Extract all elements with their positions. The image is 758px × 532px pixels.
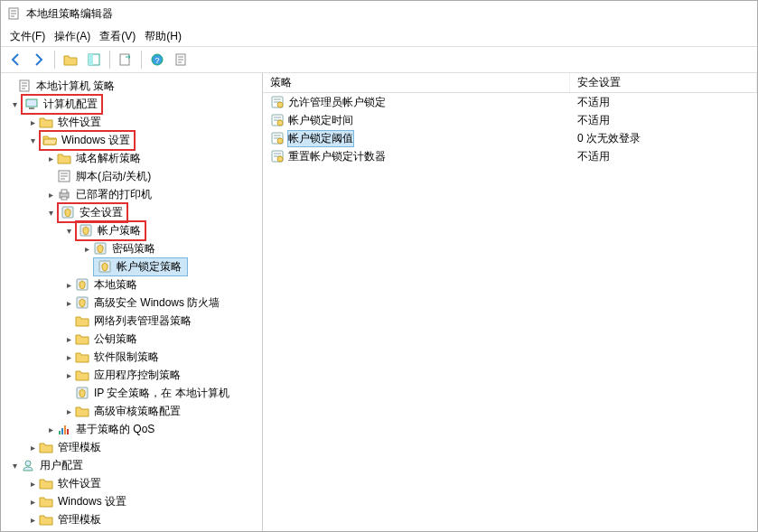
list-row[interactable]: 帐户锁定时间 不适用 (263, 111, 757, 129)
expander-icon (44, 170, 57, 182)
col-header-setting[interactable]: 安全设置 (570, 73, 757, 92)
tree-label: 公钥策略 (92, 331, 139, 348)
tree-u-windows[interactable]: ▸ Windows 设置 (3, 492, 260, 510)
tree-label: 管理模板 (56, 511, 103, 528)
chevron-right-icon[interactable]: ▸ (26, 495, 39, 508)
list-cell: 帐户锁定阈值 (288, 131, 353, 146)
tree-lockout-policy[interactable]: 帐户锁定策略 (3, 257, 260, 275)
chevron-right-icon[interactable]: ▸ (62, 350, 75, 363)
tree-adv-audit[interactable]: ▸ 高级审核策略配置 (3, 402, 260, 420)
policy-icon (75, 386, 89, 400)
chevron-right-icon[interactable]: ▸ (62, 278, 75, 291)
tree-root[interactable]: 本地计算机 策略 (3, 77, 260, 95)
chevron-right-icon[interactable]: ▸ (26, 513, 39, 526)
chevron-down-icon[interactable]: ▾ (26, 134, 39, 146)
chevron-right-icon[interactable]: ▸ (26, 477, 39, 490)
properties-button[interactable] (170, 49, 192, 70)
tree-nlm-policy[interactable]: 网络列表管理器策略 (3, 312, 260, 330)
tree-security-settings[interactable]: ▾ 安全设置 (3, 203, 260, 221)
tree-software-restrict[interactable]: ▸ 软件限制策略 (3, 348, 260, 366)
chevron-down-icon[interactable]: ▾ (44, 206, 57, 219)
list-cell: 不适用 (570, 94, 757, 111)
svg-rect-18 (89, 54, 93, 65)
tree-qos[interactable]: ▸ 基于策略的 QoS (3, 420, 260, 438)
chevron-right-icon[interactable]: ▸ (44, 152, 57, 164)
chevron-down-icon[interactable]: ▾ (62, 224, 75, 237)
folder-icon (39, 512, 53, 527)
window-title: 本地组策略编辑器 (26, 6, 113, 22)
chevron-right-icon[interactable]: ▸ (26, 441, 39, 453)
forward-button[interactable] (28, 49, 50, 70)
tree-label: Windows 设置 (60, 132, 132, 149)
user-icon (21, 458, 35, 472)
qos-icon (57, 422, 71, 436)
folder-open-icon (42, 133, 57, 147)
menu-view[interactable]: 查看(V) (96, 27, 139, 46)
menubar: 文件(F) 操作(A) 查看(V) 帮助(H) (1, 26, 757, 46)
tree-computer-config[interactable]: ▾ 计算机配置 (3, 95, 260, 113)
tree-u-admin[interactable]: ▸ 管理模板 (3, 510, 260, 528)
expander-icon (5, 79, 17, 92)
chevron-right-icon[interactable]: ▸ (26, 116, 39, 128)
policy-icon (98, 259, 112, 274)
tree-label: 帐户策略 (96, 222, 143, 239)
tree-u-software[interactable]: ▸ 软件设置 (3, 474, 260, 492)
tree-software-settings[interactable]: ▸ 软件设置 (3, 113, 260, 131)
menu-action[interactable]: 操作(A) (51, 27, 94, 46)
tree-user-config[interactable]: ▾ 用户配置 (3, 456, 260, 474)
menu-file[interactable]: 文件(F) (6, 27, 49, 46)
tree-app-control[interactable]: ▸ 应用程序控制策略 (3, 366, 260, 384)
tree-ipsec[interactable]: IP 安全策略，在 本地计算机 (3, 384, 260, 402)
list-cell: 重置帐户锁定计数器 (288, 149, 386, 164)
list-row[interactable]: 允许管理员帐户锁定 不适用 (263, 93, 757, 111)
chevron-right-icon[interactable]: ▸ (80, 242, 93, 255)
tree-label: 软件限制策略 (92, 349, 161, 366)
tree-public-key[interactable]: ▸ 公钥策略 (3, 330, 260, 348)
chevron-right-icon[interactable]: ▸ (62, 296, 75, 309)
folder-icon (75, 350, 89, 364)
tree-label: 计算机配置 (42, 96, 99, 113)
tree-local-policies[interactable]: ▸ 本地策略 (3, 275, 260, 294)
scroll-icon (270, 95, 285, 109)
col-header-policy[interactable]: 策略 (263, 73, 570, 92)
tree-printers[interactable]: ▸ 已部署的打印机 (3, 185, 260, 203)
folder-icon (75, 313, 89, 328)
doc-icon (17, 79, 32, 93)
chevron-right-icon[interactable]: ▸ (62, 369, 75, 381)
folder-icon (39, 440, 53, 454)
scroll-icon (270, 113, 285, 127)
tree-label: 密码策略 (110, 240, 157, 257)
list-pane[interactable]: 策略 安全设置 允许管理员帐户锁定 不适用 帐户锁定时间 不适用 帐户锁定阈值 … (263, 73, 757, 532)
list-row[interactable]: 重置帐户锁定计数器 不适用 (263, 147, 757, 165)
back-button[interactable] (5, 49, 26, 70)
tree-label: 用户配置 (38, 457, 85, 474)
tree-label: 帐户锁定策略 (115, 258, 183, 275)
help-button[interactable] (146, 49, 168, 70)
tree-dns-policy[interactable]: ▸ 域名解析策略 (3, 149, 260, 167)
chevron-down-icon[interactable]: ▾ (8, 459, 21, 471)
tree-password-policy[interactable]: ▸ 密码策略 (3, 239, 260, 257)
tree-firewall[interactable]: ▸ 高级安全 Windows 防火墙 (3, 294, 260, 312)
list-row[interactable]: 帐户锁定阈值 0 次无效登录 (263, 129, 757, 147)
tree-scripts[interactable]: 脚本(启动/关机) (3, 167, 260, 185)
chevron-right-icon[interactable]: ▸ (62, 405, 75, 417)
chevron-right-icon[interactable]: ▸ (44, 423, 57, 435)
chevron-right-icon[interactable]: ▸ (44, 188, 57, 201)
list-cell: 帐户锁定时间 (288, 113, 353, 128)
tree-label: Windows 设置 (56, 493, 128, 510)
menu-help[interactable]: 帮助(H) (141, 27, 185, 46)
tree-admin-templates[interactable]: ▸ 管理模板 (3, 438, 260, 456)
chevron-down-icon[interactable]: ▾ (8, 98, 21, 110)
tree-windows-settings[interactable]: ▾ Windows 设置 (3, 131, 260, 149)
tree-pane[interactable]: 本地计算机 策略 ▾ 计算机配置 ▸ 软件设置 ▾ Windows 设置 ▸ 域… (1, 73, 263, 532)
chevron-right-icon[interactable]: ▸ (62, 332, 75, 345)
tree-label: 软件设置 (56, 114, 103, 131)
toolbar (1, 46, 757, 73)
toolbar-separator (109, 51, 110, 69)
show-hide-button[interactable] (83, 49, 105, 70)
tree-label: 管理模板 (56, 439, 103, 456)
folder-icon (75, 331, 89, 346)
up-button[interactable] (60, 49, 81, 70)
tree-account-policies[interactable]: ▾ 帐户策略 (3, 221, 260, 239)
export-button[interactable] (115, 49, 136, 70)
